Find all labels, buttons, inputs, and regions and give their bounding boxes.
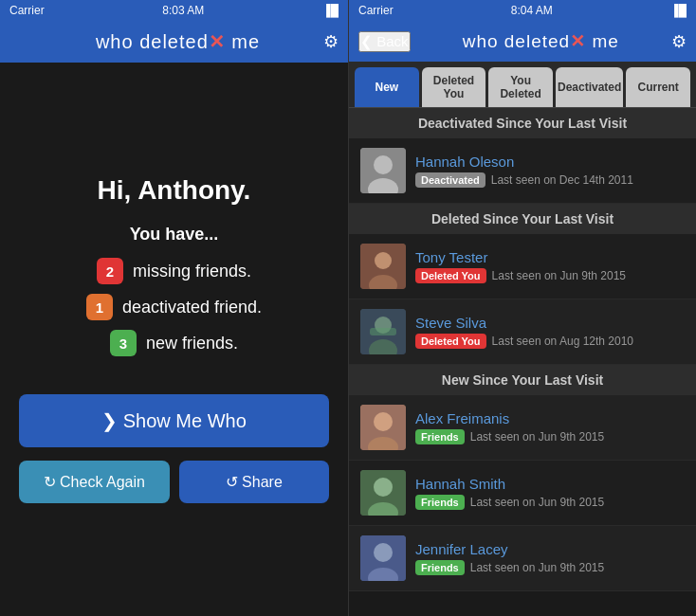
share-button[interactable]: ↺ Share (179, 461, 330, 503)
list-item: Hannah Oleson Deactivated Last seen on D… (349, 138, 696, 204)
friend-meta: Friends Last seen on Jun 9th 2015 (415, 560, 685, 575)
deactivated-label: deactivated friend. (122, 298, 262, 317)
show-me-who-button[interactable]: ❯ Show Me Who (19, 394, 329, 447)
friend-info: Alex Freimanis Friends Last seen on Jun … (415, 410, 685, 444)
tab-deactivated[interactable]: Deactivated (556, 67, 623, 107)
avatar (360, 148, 406, 193)
missing-friends-stat: 2 missing friends. (97, 258, 251, 284)
right-header: ❮ Back who deleted✕ me ⚙ (349, 21, 696, 62)
tab-new[interactable]: New (355, 67, 419, 107)
greeting-text: Hi, Anthony. (98, 175, 251, 206)
friend-name: Alex Freimanis (415, 410, 685, 426)
left-header: who deleted✕ me ⚙ (0, 21, 348, 63)
back-button[interactable]: ❮ Back (358, 31, 411, 52)
friend-info: Tony Tester Deleted You Last seen on Jun… (415, 249, 685, 283)
friend-info: Jennifer Lacey Friends Last seen on Jun … (415, 541, 685, 575)
deleted-section-header: Deleted Since Your Last Visit (349, 204, 696, 234)
friend-name: Jennifer Lacey (415, 541, 685, 557)
status-badge: Friends (415, 429, 465, 444)
back-label: ❮ Back (360, 33, 409, 50)
check-again-button[interactable]: ↻ Check Again (19, 461, 170, 503)
list-item: Tony Tester Deleted You Last seen on Jun… (349, 234, 696, 299)
right-carrier: Carrier (358, 4, 394, 17)
friend-meta: Friends Last seen on Jun 9th 2015 (415, 495, 685, 510)
friend-meta: Friends Last seen on Jun 9th 2015 (415, 429, 685, 444)
svg-rect-9 (370, 328, 396, 335)
deactivated-section-header: Deactivated Since Your Last Visit (349, 108, 696, 138)
missing-label: missing friends. (133, 262, 251, 281)
right-content: Deactivated Since Your Last Visit Hannah… (349, 108, 696, 616)
right-battery-icon: ▐█ (670, 4, 687, 17)
tab-deleted-you[interactable]: Deleted You (422, 67, 486, 107)
status-badge: Friends (415, 495, 465, 510)
last-seen: Last seen on Jun 9th 2015 (470, 496, 604, 509)
avatar (360, 244, 406, 289)
svg-point-11 (374, 412, 393, 431)
status-badge: Deleted You (415, 334, 486, 349)
new-section-header: New Since Your Last Visit (349, 365, 696, 395)
status-badge: Friends (415, 560, 465, 575)
last-seen: Last seen on Jun 9th 2015 (470, 561, 604, 574)
status-badge: Deactivated (415, 172, 485, 188)
left-gear-icon[interactable]: ⚙ (323, 31, 339, 52)
friend-info: Hannah Smith Friends Last seen on Jun 9t… (415, 476, 685, 510)
missing-badge: 2 (97, 258, 123, 284)
tab-current[interactable]: Current (626, 67, 690, 107)
list-item: Alex Freimanis Friends Last seen on Jun … (349, 395, 696, 461)
friend-name: Steve Silva (415, 315, 685, 331)
deactivated-friend-stat: 1 deactivated friend. (86, 294, 262, 320)
left-carrier: Carrier (9, 4, 45, 17)
left-panel: Carrier 8:03 AM ▐█ who deleted✕ me ⚙ Hi,… (0, 0, 348, 616)
list-item: Hannah Smith Friends Last seen on Jun 9t… (349, 461, 696, 526)
friend-meta: Deleted You Last seen on Aug 12th 2010 (415, 334, 685, 349)
svg-point-1 (374, 155, 393, 174)
check-again-label: ↻ Check Again (44, 473, 145, 491)
friend-name: Hannah Smith (415, 476, 685, 492)
friend-info: Hannah Oleson Deactivated Last seen on D… (415, 154, 685, 188)
bottom-buttons: ↻ Check Again ↺ Share (19, 461, 329, 503)
last-seen: Last seen on Jun 9th 2015 (492, 269, 626, 282)
last-seen: Last seen on Aug 12th 2010 (492, 335, 633, 348)
right-status-bar: Carrier 8:04 AM ▐█ (349, 0, 696, 21)
right-app-title: who deleted✕ me (463, 30, 619, 52)
list-item: Jennifer Lacey Friends Last seen on Jun … (349, 526, 696, 591)
right-gear-icon[interactable]: ⚙ (671, 31, 687, 52)
new-friends-stat: 3 new friends. (110, 330, 238, 356)
you-have-text: You have... (130, 225, 219, 245)
tabs-bar: New Deleted You You Deleted Deactivated … (349, 62, 696, 108)
right-panel: Carrier 8:04 AM ▐█ ❮ Back who deleted✕ m… (348, 0, 696, 616)
avatar (360, 405, 406, 450)
right-time: 8:04 AM (511, 4, 553, 17)
list-item: Steve Silva Deleted You Last seen on Aug… (349, 299, 696, 365)
friend-info: Steve Silva Deleted You Last seen on Aug… (415, 315, 685, 349)
left-status-bar: Carrier 8:03 AM ▐█ (0, 0, 348, 21)
left-main-content: Hi, Anthony. You have... 2 missing frien… (0, 63, 348, 616)
friend-meta: Deactivated Last seen on Dec 14th 2011 (415, 172, 685, 188)
new-badge: 3 (110, 330, 137, 356)
avatar (360, 470, 406, 516)
status-badge: Deleted You (415, 268, 486, 283)
avatar (360, 535, 406, 581)
svg-point-4 (375, 252, 392, 269)
friend-name: Tony Tester (415, 249, 685, 265)
svg-point-14 (374, 478, 393, 497)
last-seen: Last seen on Jun 9th 2015 (470, 430, 604, 444)
svg-point-17 (374, 543, 393, 562)
friend-meta: Deleted You Last seen on Jun 9th 2015 (415, 268, 685, 283)
left-battery-icon: ▐█ (322, 4, 339, 17)
left-app-title: who deleted✕ me (32, 30, 323, 53)
new-label: new friends. (146, 334, 238, 353)
share-label: ↺ Share (226, 473, 283, 491)
last-seen: Last seen on Dec 14th 2011 (491, 173, 633, 187)
left-time: 8:03 AM (162, 4, 204, 17)
avatar (360, 309, 406, 354)
tab-you-deleted[interactable]: You Deleted (488, 67, 553, 107)
deactivated-badge: 1 (86, 294, 113, 320)
friend-name: Hannah Oleson (415, 154, 685, 170)
show-me-who-label: ❯ Show Me Who (101, 409, 247, 432)
